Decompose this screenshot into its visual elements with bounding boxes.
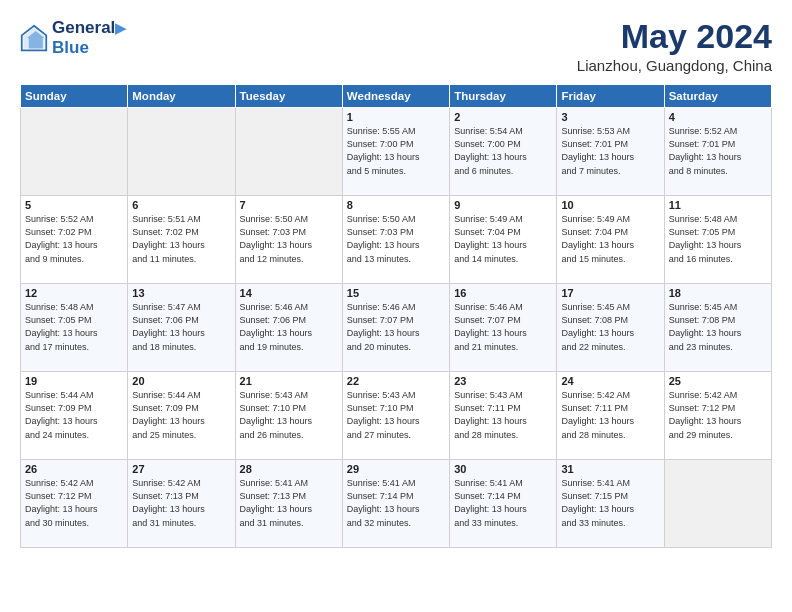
day-info: Sunrise: 5:41 AM Sunset: 7:14 PM Dayligh… [347, 477, 445, 529]
day-info: Sunrise: 5:51 AM Sunset: 7:02 PM Dayligh… [132, 213, 230, 265]
week-row-5: 26Sunrise: 5:42 AM Sunset: 7:12 PM Dayli… [21, 460, 772, 548]
day-number: 31 [561, 463, 659, 475]
day-number: 15 [347, 287, 445, 299]
day-info: Sunrise: 5:42 AM Sunset: 7:13 PM Dayligh… [132, 477, 230, 529]
day-number: 30 [454, 463, 552, 475]
day-info: Sunrise: 5:50 AM Sunset: 7:03 PM Dayligh… [240, 213, 338, 265]
day-cell [664, 460, 771, 548]
day-number: 3 [561, 111, 659, 123]
day-cell: 17Sunrise: 5:45 AM Sunset: 7:08 PM Dayli… [557, 284, 664, 372]
day-number: 6 [132, 199, 230, 211]
day-info: Sunrise: 5:45 AM Sunset: 7:08 PM Dayligh… [669, 301, 767, 353]
day-cell: 8Sunrise: 5:50 AM Sunset: 7:03 PM Daylig… [342, 196, 449, 284]
day-info: Sunrise: 5:54 AM Sunset: 7:00 PM Dayligh… [454, 125, 552, 177]
calendar: SundayMondayTuesdayWednesdayThursdayFrid… [20, 84, 772, 548]
day-info: Sunrise: 5:47 AM Sunset: 7:06 PM Dayligh… [132, 301, 230, 353]
day-info: Sunrise: 5:44 AM Sunset: 7:09 PM Dayligh… [25, 389, 123, 441]
day-info: Sunrise: 5:42 AM Sunset: 7:12 PM Dayligh… [669, 389, 767, 441]
week-row-2: 5Sunrise: 5:52 AM Sunset: 7:02 PM Daylig… [21, 196, 772, 284]
weekday-header-saturday: Saturday [664, 85, 771, 108]
week-row-3: 12Sunrise: 5:48 AM Sunset: 7:05 PM Dayli… [21, 284, 772, 372]
day-info: Sunrise: 5:46 AM Sunset: 7:07 PM Dayligh… [347, 301, 445, 353]
day-number: 24 [561, 375, 659, 387]
main-title: May 2024 [577, 18, 772, 55]
day-cell: 3Sunrise: 5:53 AM Sunset: 7:01 PM Daylig… [557, 108, 664, 196]
day-number: 17 [561, 287, 659, 299]
day-info: Sunrise: 5:52 AM Sunset: 7:02 PM Dayligh… [25, 213, 123, 265]
day-info: Sunrise: 5:50 AM Sunset: 7:03 PM Dayligh… [347, 213, 445, 265]
logo-icon [20, 24, 48, 52]
weekday-header-row: SundayMondayTuesdayWednesdayThursdayFrid… [21, 85, 772, 108]
day-number: 21 [240, 375, 338, 387]
day-info: Sunrise: 5:44 AM Sunset: 7:09 PM Dayligh… [132, 389, 230, 441]
day-info: Sunrise: 5:55 AM Sunset: 7:00 PM Dayligh… [347, 125, 445, 177]
day-cell: 27Sunrise: 5:42 AM Sunset: 7:13 PM Dayli… [128, 460, 235, 548]
day-number: 10 [561, 199, 659, 211]
day-number: 2 [454, 111, 552, 123]
day-cell: 11Sunrise: 5:48 AM Sunset: 7:05 PM Dayli… [664, 196, 771, 284]
day-number: 26 [25, 463, 123, 475]
day-cell: 18Sunrise: 5:45 AM Sunset: 7:08 PM Dayli… [664, 284, 771, 372]
weekday-header-tuesday: Tuesday [235, 85, 342, 108]
day-number: 5 [25, 199, 123, 211]
day-number: 28 [240, 463, 338, 475]
day-info: Sunrise: 5:41 AM Sunset: 7:15 PM Dayligh… [561, 477, 659, 529]
weekday-header-wednesday: Wednesday [342, 85, 449, 108]
logo: General▶ Blue [20, 18, 126, 57]
logo-text: General▶ Blue [52, 18, 126, 57]
day-cell: 7Sunrise: 5:50 AM Sunset: 7:03 PM Daylig… [235, 196, 342, 284]
day-info: Sunrise: 5:43 AM Sunset: 7:10 PM Dayligh… [347, 389, 445, 441]
day-cell: 31Sunrise: 5:41 AM Sunset: 7:15 PM Dayli… [557, 460, 664, 548]
day-cell: 6Sunrise: 5:51 AM Sunset: 7:02 PM Daylig… [128, 196, 235, 284]
day-number: 8 [347, 199, 445, 211]
day-number: 27 [132, 463, 230, 475]
day-number: 22 [347, 375, 445, 387]
day-cell: 26Sunrise: 5:42 AM Sunset: 7:12 PM Dayli… [21, 460, 128, 548]
day-cell: 19Sunrise: 5:44 AM Sunset: 7:09 PM Dayli… [21, 372, 128, 460]
day-number: 4 [669, 111, 767, 123]
day-cell: 13Sunrise: 5:47 AM Sunset: 7:06 PM Dayli… [128, 284, 235, 372]
day-number: 23 [454, 375, 552, 387]
day-cell: 22Sunrise: 5:43 AM Sunset: 7:10 PM Dayli… [342, 372, 449, 460]
day-number: 25 [669, 375, 767, 387]
day-number: 19 [25, 375, 123, 387]
day-number: 16 [454, 287, 552, 299]
page: General▶ Blue May 2024 Lianzhou, Guangdo… [0, 0, 792, 612]
day-cell: 21Sunrise: 5:43 AM Sunset: 7:10 PM Dayli… [235, 372, 342, 460]
day-number: 29 [347, 463, 445, 475]
weekday-header-friday: Friday [557, 85, 664, 108]
day-number: 1 [347, 111, 445, 123]
day-cell: 28Sunrise: 5:41 AM Sunset: 7:13 PM Dayli… [235, 460, 342, 548]
day-info: Sunrise: 5:49 AM Sunset: 7:04 PM Dayligh… [561, 213, 659, 265]
day-cell [21, 108, 128, 196]
day-info: Sunrise: 5:42 AM Sunset: 7:11 PM Dayligh… [561, 389, 659, 441]
day-cell: 2Sunrise: 5:54 AM Sunset: 7:00 PM Daylig… [450, 108, 557, 196]
day-info: Sunrise: 5:45 AM Sunset: 7:08 PM Dayligh… [561, 301, 659, 353]
day-cell: 15Sunrise: 5:46 AM Sunset: 7:07 PM Dayli… [342, 284, 449, 372]
day-cell: 20Sunrise: 5:44 AM Sunset: 7:09 PM Dayli… [128, 372, 235, 460]
day-info: Sunrise: 5:46 AM Sunset: 7:06 PM Dayligh… [240, 301, 338, 353]
day-info: Sunrise: 5:43 AM Sunset: 7:11 PM Dayligh… [454, 389, 552, 441]
day-cell: 25Sunrise: 5:42 AM Sunset: 7:12 PM Dayli… [664, 372, 771, 460]
week-row-1: 1Sunrise: 5:55 AM Sunset: 7:00 PM Daylig… [21, 108, 772, 196]
day-info: Sunrise: 5:53 AM Sunset: 7:01 PM Dayligh… [561, 125, 659, 177]
day-cell: 30Sunrise: 5:41 AM Sunset: 7:14 PM Dayli… [450, 460, 557, 548]
day-cell: 29Sunrise: 5:41 AM Sunset: 7:14 PM Dayli… [342, 460, 449, 548]
week-row-4: 19Sunrise: 5:44 AM Sunset: 7:09 PM Dayli… [21, 372, 772, 460]
day-info: Sunrise: 5:46 AM Sunset: 7:07 PM Dayligh… [454, 301, 552, 353]
day-cell: 24Sunrise: 5:42 AM Sunset: 7:11 PM Dayli… [557, 372, 664, 460]
day-number: 7 [240, 199, 338, 211]
header: General▶ Blue May 2024 Lianzhou, Guangdo… [20, 18, 772, 74]
weekday-header-sunday: Sunday [21, 85, 128, 108]
day-info: Sunrise: 5:48 AM Sunset: 7:05 PM Dayligh… [25, 301, 123, 353]
day-info: Sunrise: 5:43 AM Sunset: 7:10 PM Dayligh… [240, 389, 338, 441]
weekday-header-thursday: Thursday [450, 85, 557, 108]
title-section: May 2024 Lianzhou, Guangdong, China [577, 18, 772, 74]
day-cell [128, 108, 235, 196]
day-info: Sunrise: 5:49 AM Sunset: 7:04 PM Dayligh… [454, 213, 552, 265]
day-cell: 1Sunrise: 5:55 AM Sunset: 7:00 PM Daylig… [342, 108, 449, 196]
day-cell: 23Sunrise: 5:43 AM Sunset: 7:11 PM Dayli… [450, 372, 557, 460]
day-cell: 4Sunrise: 5:52 AM Sunset: 7:01 PM Daylig… [664, 108, 771, 196]
day-cell [235, 108, 342, 196]
day-info: Sunrise: 5:41 AM Sunset: 7:14 PM Dayligh… [454, 477, 552, 529]
